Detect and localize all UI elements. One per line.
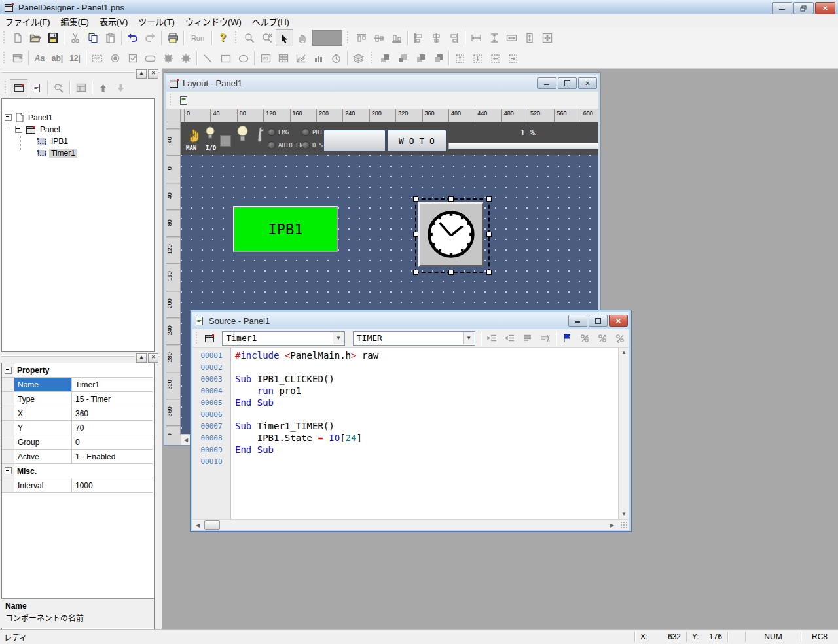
button-tool-button[interactable] [141, 50, 159, 67]
source-minimize-button[interactable] [568, 315, 587, 327]
menu-help[interactable]: ヘルプ(H) [247, 14, 295, 29]
show-source-button[interactable] [175, 92, 192, 109]
label-tool-button[interactable]: Aa [31, 50, 48, 67]
property-row-x[interactable]: X 360 [2, 406, 153, 421]
source-vertical-scrollbar[interactable]: ▲ ▼ [618, 348, 629, 519]
scroll-left-arrow[interactable]: ◀ [192, 520, 203, 530]
zoom-button[interactable] [240, 29, 258, 46]
scroll-down-arrow[interactable]: ▼ [619, 509, 629, 519]
ellipse-tool-button[interactable] [234, 50, 252, 67]
bookmark-flag-button[interactable] [558, 330, 576, 347]
property-section-header[interactable]: Property [2, 363, 153, 378]
print-button[interactable] [164, 29, 181, 46]
numberbox-tool-button[interactable]: 12| [66, 50, 84, 67]
code-line[interactable]: 00003Sub IPB1_CLICKED() [192, 373, 619, 385]
move-up-button[interactable] [94, 79, 112, 96]
property-panel-close-button[interactable]: ✕ [148, 353, 158, 363]
object-dropdown[interactable]: Timer1 ▼ [222, 331, 344, 346]
align-left-button[interactable] [410, 29, 428, 46]
tree-node-panel[interactable]: Panel [15, 124, 62, 135]
source-close-button[interactable]: ✕ [609, 315, 628, 327]
menu-edit[interactable]: 編集(E) [56, 14, 94, 29]
paste-button[interactable] [101, 29, 119, 46]
tree-panel-collapse-button[interactable]: ▲ [136, 69, 147, 79]
close-button[interactable]: ✕ [815, 2, 835, 14]
run-button[interactable]: Run [186, 29, 210, 46]
layout-view-button[interactable] [10, 79, 27, 96]
code-line[interactable]: 00008 IPB1.State = IO[24] [192, 432, 619, 444]
indent-button[interactable] [483, 330, 501, 347]
menu-file[interactable]: ファイル(F) [0, 14, 56, 29]
property-value[interactable]: 15 - Timer [72, 392, 153, 406]
bring-forward-button[interactable] [411, 50, 429, 67]
source-view-button[interactable] [27, 79, 45, 96]
menu-window[interactable]: ウィンドウ(W) [180, 14, 247, 29]
size-to-grid-left-button[interactable] [486, 50, 504, 67]
property-value[interactable]: 70 [72, 421, 153, 435]
property-panel-collapse-button[interactable]: ▲ [136, 353, 147, 363]
rect-tool-button[interactable] [217, 50, 234, 67]
layout-window-titlebar[interactable]: Layout - Panel1 ✕ [166, 75, 598, 92]
timer1-selection[interactable] [415, 198, 490, 273]
resize-handle-w[interactable] [413, 232, 418, 237]
window-resize-grip[interactable] [620, 521, 628, 529]
property-value[interactable]: 360 [72, 406, 153, 420]
checkbox-tool-button[interactable] [124, 50, 141, 67]
property-label[interactable]: Type [14, 392, 72, 406]
toolbar-grip[interactable] [168, 94, 173, 107]
save-button[interactable] [44, 29, 62, 46]
step-button[interactable] [594, 330, 611, 347]
send-to-back-button[interactable] [393, 50, 411, 67]
property-value[interactable]: 1000 [72, 478, 153, 492]
section-collapse-icon[interactable] [5, 367, 12, 374]
property-row-group[interactable]: Group 0 [2, 435, 153, 450]
ipb1-component[interactable]: IPB1 [233, 206, 338, 252]
resize-handle-nw[interactable] [413, 196, 418, 202]
chevron-down-icon[interactable]: ▼ [463, 332, 474, 344]
code-line[interactable]: 00002 [192, 361, 619, 373]
select-arrow-button[interactable] [276, 29, 293, 46]
align-middle-button[interactable] [370, 29, 388, 46]
toolbar-grip[interactable] [234, 31, 238, 45]
property-row-type[interactable]: Type 15 - Timer [2, 392, 153, 406]
align-center-button[interactable] [428, 29, 445, 46]
toolbar-grip[interactable] [346, 31, 350, 45]
blank-panel-button[interactable] [323, 130, 386, 152]
property-label-selected[interactable]: Name [14, 378, 72, 391]
code-line[interactable]: 00004 run pro1 [192, 385, 619, 397]
tree-node-panel1[interactable]: Panel1 [5, 112, 54, 123]
toolbar-grip[interactable] [369, 52, 374, 65]
woto-panel-button[interactable]: W O T O [387, 130, 446, 152]
fit-height-button[interactable] [520, 29, 538, 46]
text-area-tool-button[interactable]: xyz [88, 50, 106, 67]
new-button[interactable] [9, 29, 26, 46]
find-tool-button[interactable] [50, 79, 67, 96]
timer1-component[interactable] [418, 202, 484, 267]
property-view-button[interactable] [72, 79, 90, 96]
clear-format-button[interactable] [536, 330, 554, 347]
fit-width-button[interactable] [503, 29, 520, 46]
property-row-interval[interactable]: Interval 1000 [2, 478, 153, 493]
toolbar-grip[interactable] [194, 332, 198, 345]
lamp-tool-button[interactable] [159, 50, 177, 67]
indicator-tool-button[interactable] [177, 50, 194, 67]
code-line[interactable]: 00009End Sub [192, 444, 619, 456]
open-button[interactable] [26, 29, 44, 46]
code-line[interactable]: 00006 [192, 408, 619, 420]
scroll-thumb[interactable] [204, 520, 220, 530]
tree-node-ipb1[interactable]: IPB1 [33, 135, 70, 147]
code-line[interactable]: 00010 [192, 456, 619, 467]
property-row-active[interactable]: Active 1 - Enabled [2, 450, 153, 464]
format-lines-button[interactable] [519, 330, 536, 347]
code-line[interactable]: 00001#include <PanelMain.h> raw [192, 349, 619, 361]
resize-handle-s[interactable] [448, 270, 454, 275]
property-row-y[interactable]: Y 70 [2, 421, 153, 435]
code-line[interactable]: 00005End Sub [192, 397, 619, 408]
layout-minimize-button[interactable] [537, 77, 556, 89]
barchart-tool-button[interactable] [310, 50, 327, 67]
outdent-button[interactable] [501, 330, 519, 347]
layout-close-button[interactable]: ✕ [578, 77, 597, 89]
resize-handle-e[interactable] [486, 232, 492, 237]
property-value[interactable]: Timer1 [72, 378, 153, 391]
zoom-cancel-button[interactable] [258, 29, 276, 46]
